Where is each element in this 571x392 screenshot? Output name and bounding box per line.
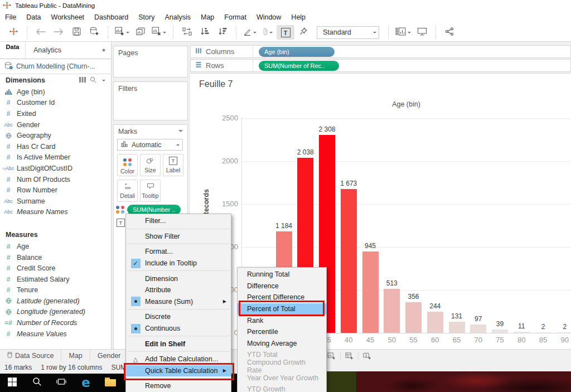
taskbar-file-explorer-button[interactable] [98,374,123,392]
sheet-tab-data-source[interactable]: Data Source [0,350,61,361]
marks-size-button[interactable]: Size [140,154,161,176]
menu-item-rank[interactable]: Rank [238,314,326,326]
bar-age-50[interactable] [384,289,400,333]
menu-analysis[interactable]: Analysis [159,11,196,23]
taskbar-search-button[interactable] [25,374,49,392]
menu-item-running-total[interactable]: Running Total [238,269,326,280]
bar-age-75[interactable] [492,330,508,333]
bar-age-85[interactable] [535,332,551,333]
menu-item-dimension[interactable]: Dimension [126,273,231,284]
measure-field-balance[interactable]: #Balance [0,252,111,263]
share-button[interactable] [441,25,458,40]
menu-item-format[interactable]: Format... [126,246,231,258]
measure-field-credit-score[interactable]: #Credit Score [0,263,111,274]
menu-dashboard[interactable]: Dashboard [89,11,133,23]
pin-button[interactable] [294,25,312,40]
bar-age-80[interactable] [514,332,530,333]
rows-shelf[interactable]: Rows SUM(Number of Rec.. [190,59,571,72]
menu-story[interactable]: Story [133,11,159,23]
measure-field-number-of-records[interactable]: =#Number of Records [0,317,111,328]
bar-age-60[interactable] [427,312,443,333]
dimension-field-surname[interactable]: AbcSurname [0,196,111,207]
bar-age-40[interactable] [341,189,357,333]
taskbar-start-button[interactable] [0,374,25,392]
measure-field-age[interactable]: #Age [0,241,111,252]
menu-item-measure-sum[interactable]: Measure (Sum)▶ [126,296,231,308]
menu-item-moving-average[interactable]: Moving Average [238,338,326,350]
show-mark-labels-button[interactable]: T [277,25,294,40]
new-worksheet-button[interactable] [113,25,132,40]
menu-item-ytd-growth[interactable]: YTD Growth [238,384,326,392]
menu-item-difference[interactable]: Difference [238,280,326,292]
show-me-button[interactable] [393,25,413,40]
menu-item-filter[interactable]: Filter... [126,215,231,227]
dimension-field-is-active-member[interactable]: #Is Active Member [0,152,111,163]
measure-field-estimated-salary[interactable]: #Estimated Salary [0,274,111,285]
columns-shelf[interactable]: Columns Age (bin) [190,45,571,58]
menu-item-discrete[interactable]: Discrete [126,311,231,323]
datasource-item[interactable]: Churn Modelling (Churn-... [0,59,111,74]
marks-tooltip-button[interactable]: Tooltip [140,180,161,202]
marks-label-button[interactable]: TLabel [163,154,183,176]
forward-arrow-button[interactable] [50,25,67,40]
dimension-field-row-number[interactable]: #Row Number [0,185,111,196]
taskbar-task-view-button[interactable] [49,374,74,392]
pane-sort-icon[interactable] [102,42,111,59]
search-icon[interactable] [90,76,96,85]
tableau-logo-button[interactable] [4,25,22,40]
add-data-button[interactable] [85,25,103,40]
menu-window[interactable]: Window [251,11,286,23]
menu-item-edit-in-shelf[interactable]: Edit in Shelf [126,338,231,350]
measure-field-latitude-generated[interactable]: Latitude (generated) [0,296,111,307]
dimension-field-geography[interactable]: Geography [0,130,111,141]
marks-color-button[interactable]: Color [117,154,138,176]
rows-pill-sum-records[interactable]: SUM(Number of Rec.. [259,61,339,71]
tab-analytics[interactable]: Analytics [25,42,69,59]
back-arrow-button[interactable] [32,25,50,40]
marks-detail-button[interactable]: Detail [117,180,138,202]
save-button[interactable] [67,25,85,40]
clear-sheet-button[interactable] [149,25,168,40]
duplicate-button[interactable] [132,25,149,40]
menu-item-continuous[interactable]: Continuous [126,323,231,335]
menu-item-include-in-tooltip[interactable]: ✓Include in Tooltip [126,258,231,269]
taskbar-edge-button[interactable]: e [74,374,98,392]
pages-shelf[interactable]: Pages [113,46,188,78]
columns-pill-age-bin[interactable]: Age (bin) [259,47,335,57]
menu-item-attribute[interactable]: Attribute [126,284,231,296]
menu-item-compound-growth-rate[interactable]: Compound Growth Rate [238,361,326,372]
sheet-tab-map[interactable]: Map [61,350,90,361]
view-mode-dropdown[interactable]: Standard [317,26,379,39]
menu-format[interactable]: Format [219,11,251,23]
view-as-grid-icon[interactable] [79,76,86,84]
measure-field-longitude-generated[interactable]: Longitude (generated) [0,307,111,318]
menu-file[interactable]: File [0,11,21,23]
menu-item-remove[interactable]: Remove [126,380,231,392]
highlight-pen-button[interactable] [241,25,259,40]
menu-item-show-filter[interactable]: Show Filter [126,231,231,243]
menu-item-year-over-year-growth[interactable]: Year Over Year Growth [238,372,326,384]
menu-map[interactable]: Map [196,11,219,23]
measure-field-tenure[interactable]: #Tenure [0,285,111,296]
sheet-tab-gender[interactable]: Gender [90,350,129,361]
paperclip-button[interactable] [259,25,277,40]
dimension-field-customer-id[interactable]: #Customer Id [0,98,111,109]
measure-field-measure-values[interactable]: #Measure Values [0,328,111,340]
menu-worksheet[interactable]: Worksheet [46,11,90,23]
bar-age-70[interactable] [470,325,486,333]
bar-age-65[interactable] [449,322,465,333]
dimension-field-exited[interactable]: #Exited [0,108,111,119]
bar-age-90[interactable] [557,332,571,333]
dimension-field-has-cr-card[interactable]: #Has Cr Card [0,141,111,152]
dimension-field-lastdigitofcustid[interactable]: =AbcLastDigitOfCustID [0,163,111,174]
menu-data[interactable]: Data [21,11,46,23]
sort-ascending-button[interactable] [196,25,214,40]
menu-item-percentile[interactable]: Percentile [238,326,326,338]
chevron-down-icon[interactable] [102,80,105,83]
sort-descending-button[interactable] [214,25,231,40]
presentation-mode-button[interactable] [413,25,431,40]
swap-axes-button[interactable] [178,25,196,40]
new-dashboard-button[interactable] [340,352,358,360]
filters-shelf[interactable]: Filters [113,81,188,120]
dimension-field-age-bin[interactable]: Age (bin) [0,86,111,98]
